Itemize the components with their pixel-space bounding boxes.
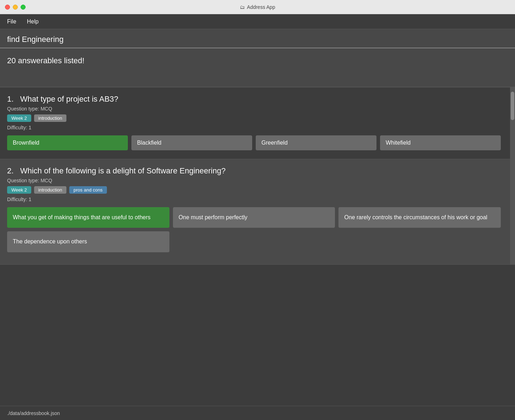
question-1-difficulty: Difficulty: 1 (7, 125, 508, 130)
option-whitefield[interactable]: Whitefield (380, 135, 501, 150)
status-bar: ./data/addressbook.json (0, 406, 515, 420)
question-2-tags: Week 2 introduction pros and cons (7, 186, 508, 194)
tag-introduction: introduction (34, 114, 66, 122)
option-q2-perform[interactable]: One must perform perfectly (173, 207, 335, 228)
menu-file[interactable]: File (7, 18, 16, 25)
search-input[interactable] (7, 35, 508, 48)
question-card-1: 1. What type of project is AB3? Question… (0, 87, 515, 159)
option-q2-dependence[interactable]: The dependence upon others (7, 231, 169, 252)
question-2-difficulty: Difficulty: 1 (7, 196, 508, 202)
app-icon: 🗂 (240, 4, 245, 10)
scrollbar[interactable] (510, 87, 515, 265)
window-controls (5, 5, 26, 10)
tag-q2-introduction: introduction (34, 186, 66, 194)
menu-bar: File Help (0, 14, 515, 29)
question-1-type: Question type: MCQ (7, 106, 508, 112)
search-bar (0, 29, 515, 48)
option-brownfield[interactable]: Brownfield (7, 135, 128, 150)
question-2-options-row2: The dependence upon others (7, 231, 508, 252)
option-blackfield[interactable]: Blackfield (131, 135, 252, 150)
results-count: 20 answerables listed! (7, 56, 85, 65)
question-1-options: Brownfield Blackfield Greenfield Whitefi… (7, 135, 508, 150)
option-placeholder-2 (338, 231, 501, 252)
option-greenfield[interactable]: Greenfield (256, 135, 376, 150)
option-q2-controls[interactable]: One rarely controls the circumstances of… (338, 207, 501, 228)
status-path: ./data/addressbook.json (7, 410, 60, 416)
close-button[interactable] (5, 5, 10, 10)
tag-q2-week2: Week 2 (7, 186, 31, 194)
option-placeholder-1 (173, 231, 335, 252)
question-card-2: 2. Which of the following is a delight o… (0, 159, 515, 265)
question-2-options-row1: What you get of making things that are u… (7, 207, 508, 228)
question-1-tags: Week 2 introduction (7, 114, 508, 122)
minimize-button[interactable] (13, 5, 18, 10)
scrollbar-thumb[interactable] (511, 92, 514, 120)
title-bar: 🗂 Address App (0, 0, 515, 14)
tag-week2: Week 2 (7, 114, 31, 122)
app-title: 🗂 Address App (240, 4, 275, 10)
question-1-title: 1. What type of project is AB3? (7, 95, 508, 104)
menu-help[interactable]: Help (27, 18, 39, 25)
question-2-title: 2. Which of the following is a delight o… (7, 166, 508, 176)
maximize-button[interactable] (21, 5, 26, 10)
questions-container: 1. What type of project is AB3? Question… (0, 87, 515, 265)
question-2-type: Question type: MCQ (7, 178, 508, 183)
option-q2-useful[interactable]: What you get of making things that are u… (7, 207, 169, 228)
results-header: 20 answerables listed! (0, 48, 515, 87)
tag-q2-pros-cons: pros and cons (69, 186, 107, 194)
